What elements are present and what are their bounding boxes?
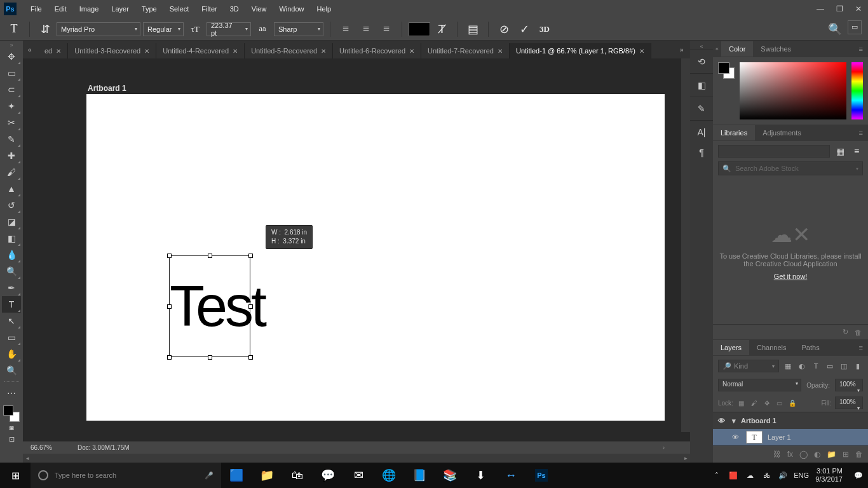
tab-close-icon[interactable]: ✕ (144, 48, 149, 55)
pen-tool-icon[interactable]: ✒ (2, 280, 21, 296)
brushes-panel-icon[interactable]: ✎ (695, 102, 708, 115)
workspace-icon[interactable]: ▭ (848, 20, 862, 34)
visibility-icon[interactable]: 👁 (732, 433, 741, 441)
3d-button[interactable]: 3D (536, 20, 553, 38)
mic-icon[interactable]: 🎤 (205, 471, 214, 480)
filter-smart-icon[interactable]: ◫ (839, 361, 849, 371)
library-select[interactable] (718, 145, 830, 158)
transform-handle[interactable] (248, 304, 253, 309)
window-minimize-icon[interactable]: — (811, 2, 830, 16)
tab-close-icon[interactable]: ✕ (409, 48, 414, 55)
adjustment-layer-icon[interactable]: ◐ (814, 450, 820, 459)
quickmask-icon[interactable]: ◙ (2, 422, 21, 433)
trash-icon[interactable]: 🗑 (855, 329, 862, 336)
menu-select[interactable]: Select (163, 3, 196, 15)
align-center-icon[interactable]: ≡ (357, 20, 375, 38)
horizontal-scrollbar[interactable]: ◂▸ (23, 454, 690, 463)
tray-app-icon[interactable]: 🟥 (728, 471, 739, 480)
stamp-tool-icon[interactable]: ▲ (2, 180, 21, 197)
align-right-icon[interactable]: ≡ (377, 20, 395, 38)
menu-file[interactable]: File (24, 3, 48, 15)
status-menu-icon[interactable]: › (663, 444, 690, 451)
menu-help[interactable]: Help (311, 3, 338, 15)
doc-size[interactable]: Doc: 3.00M/1.75M (78, 444, 130, 451)
menu-image[interactable]: Image (73, 3, 105, 15)
transform-handle[interactable] (167, 304, 172, 309)
color-spectrum[interactable] (740, 62, 846, 119)
commit-icon[interactable]: ✓ (515, 20, 533, 38)
link-layers-icon[interactable]: ⛓ (773, 450, 781, 459)
tray-volume-icon[interactable]: 🔊 (777, 471, 789, 480)
tab-close-icon[interactable]: ✕ (233, 48, 238, 55)
zoom-tool-icon[interactable]: 🔍 (2, 362, 21, 379)
window-restore-icon[interactable]: ❐ (830, 2, 849, 16)
text-color-swatch[interactable] (409, 22, 430, 36)
libraries-tab[interactable]: Libraries (713, 125, 755, 140)
new-layer-icon[interactable]: ⊞ (843, 450, 849, 459)
opacity-input[interactable]: 100% (835, 379, 863, 391)
layers-tab[interactable]: Layers (713, 340, 749, 355)
text-orientation-icon[interactable]: ⇵ (36, 20, 54, 38)
panel-menu-icon[interactable]: ≡ (854, 126, 868, 139)
gradient-tool-icon[interactable]: ◧ (2, 230, 21, 247)
filter-pixel-icon[interactable]: ▦ (783, 361, 793, 371)
type-tool-icon[interactable]: T (2, 296, 21, 313)
taskbar-store-icon[interactable]: 🛍 (282, 463, 313, 488)
taskbar-app-icon[interactable]: 📘 (404, 463, 435, 488)
tab-close-icon[interactable]: ✕ (56, 48, 61, 55)
menu-view[interactable]: View (245, 3, 273, 15)
antialias-select[interactable]: Sharp (274, 22, 323, 36)
action-center-icon[interactable]: 💬 (853, 471, 864, 480)
menu-filter[interactable]: Filter (195, 3, 223, 15)
tray-language[interactable]: ENG (794, 471, 805, 479)
align-left-icon[interactable]: ≡ (337, 20, 355, 38)
menu-layer[interactable]: Layer (105, 3, 135, 15)
layer-thumb-icon[interactable]: T (746, 431, 763, 444)
delete-layer-icon[interactable]: 🗑 (855, 450, 863, 459)
font-family-select[interactable]: Myriad Pro (57, 22, 140, 36)
document-tab[interactable]: Untitled-6-Recovered✕ (333, 43, 421, 58)
dodge-tool-icon[interactable]: 🔍 (2, 263, 21, 280)
text-layer-bounding-box[interactable]: Test (169, 255, 250, 357)
taskbar-chrome-icon[interactable]: 🌐 (374, 463, 404, 488)
move-tool-icon[interactable]: ✥ (2, 48, 21, 65)
cloud-sync-icon[interactable]: ↻ (843, 328, 848, 336)
taskbar-photoshop-icon[interactable]: Ps (526, 463, 557, 488)
lock-all-icon[interactable]: 🔒 (788, 400, 797, 407)
lock-image-icon[interactable]: 🖌 (750, 400, 759, 407)
document-tab[interactable]: Untitled-4-Recovered✕ (156, 43, 245, 58)
channels-tab[interactable]: Channels (749, 340, 794, 355)
tabs-scroll-right-icon[interactable]: » (680, 46, 690, 53)
menu-window[interactable]: Window (273, 3, 310, 15)
transform-handle[interactable] (208, 254, 212, 258)
crop-tool-icon[interactable]: ✂ (2, 114, 21, 131)
history-panel-icon[interactable]: ⟲ (695, 55, 708, 68)
tab-close-icon[interactable]: ✕ (639, 48, 644, 55)
transform-handle[interactable] (167, 355, 172, 360)
document-tab-active[interactable]: Untitled-1 @ 66.7% (Layer 1, RGB/8#)✕ (510, 43, 651, 58)
artboard-group-row[interactable]: 👁 ▾ Artboard 1 (713, 412, 868, 429)
healing-tool-icon[interactable]: ✚ (2, 147, 21, 164)
zoom-level[interactable]: 66.67% (31, 444, 52, 451)
taskbar-skype-icon[interactable]: 💬 (313, 463, 343, 488)
tab-close-icon[interactable]: ✕ (321, 48, 326, 55)
cancel-icon[interactable]: ⊘ (495, 20, 513, 38)
filter-shape-icon[interactable]: ▭ (825, 361, 835, 371)
canvas[interactable]: Artboard 1 Test W : 2.618 in H : 3.372 i… (23, 58, 690, 441)
layer-name[interactable]: Layer 1 (768, 433, 791, 441)
layer-row[interactable]: 👁 T Layer 1 (713, 429, 868, 445)
marquee-tool-icon[interactable]: ▭ (2, 65, 21, 81)
document-tab[interactable]: Untitled-5-Recovered✕ (245, 43, 333, 58)
path-select-tool-icon[interactable]: ↖ (2, 313, 21, 329)
character-panel-icon[interactable]: ▤ (464, 20, 482, 38)
taskbar-explorer-icon[interactable]: 📁 (252, 463, 282, 488)
document-tab[interactable]: Untitled-3-Recovered✕ (68, 43, 156, 58)
character-panel-icon[interactable]: A| (695, 126, 708, 139)
lock-transparency-icon[interactable]: ▦ (737, 400, 746, 407)
taskbar-search-input[interactable]: Type here to search 🎤 (31, 463, 221, 488)
transform-handle[interactable] (167, 254, 172, 258)
menu-type[interactable]: Type (135, 3, 163, 15)
tray-chevron-icon[interactable]: ˄ (711, 471, 722, 480)
hue-slider[interactable] (851, 62, 863, 119)
paths-tab[interactable]: Paths (794, 340, 827, 355)
